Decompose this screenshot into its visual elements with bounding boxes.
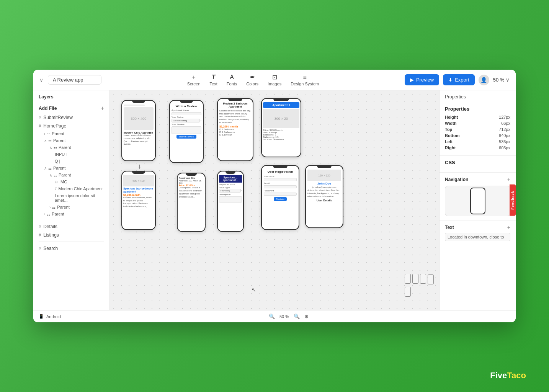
phone-frame-user-details: 120 × 120 John Doe johndoe@example.com A… [305,165,343,228]
layer-parent5[interactable]: ∧ ⚏ Parent [33,172,109,178]
app-title[interactable]: A Review app [48,75,101,85]
placeholder-user: 120 × 120 [307,170,341,181]
register-btn[interactable]: Register [274,197,287,201]
main-layout: Layers Add File + # SubmitReview # HomeP… [33,90,516,310]
fonts-icon: A [230,74,234,81]
prop-left: Left 536px [445,139,510,144]
text-title: Text + [445,224,510,230]
sidebar-item-homepage[interactable]: # HomePage [33,122,109,130]
prop-bottom: Bottom 840px [445,133,510,138]
canvas-area[interactable]: 600 × 400 Modern Chic Apartmen Lorem ips… [110,90,439,310]
toolbar-colors[interactable]: ✒ Colors [246,74,258,86]
zoom-control[interactable]: 50 % ∨ [493,77,510,83]
phone-frame-modern-apt: Modern 2 Bedroom Apartment Located in th… [217,98,253,161]
small-icon-group [405,274,435,297]
submit-review-btn[interactable]: Submit Review [176,135,196,139]
images-icon: ⊡ [272,74,277,81]
sidebar-item-submit-review[interactable]: # SubmitReview [33,113,109,122]
layer-parent6[interactable]: › ⚏ Parent [33,204,109,211]
fivetaco-branding: FiveTaco [490,371,526,381]
export-button[interactable]: ⬇ Export [443,74,475,85]
phone-frame-main: 600 × 400 Modern Chic Apartmen Lorem ips… [121,100,156,161]
properties-header: Properties [440,90,516,102]
header-actions: ▶ Preview ⬇ Export 👤 50 % ∨ [405,74,510,85]
sidebar-item-search[interactable]: # Search [33,244,109,253]
cursor-indicator: ↖ [252,287,256,293]
left-sidebar: Layers Add File + # SubmitReview # HomeP… [33,90,110,310]
preview-button[interactable]: ▶ Preview [405,74,439,85]
fit-icon[interactable]: ⊕ [304,314,309,319]
placeholder-small: 600 × 400 [123,175,154,186]
layer-q[interactable]: Q | [33,158,109,165]
text-value[interactable]: Located in downtown, close to [445,233,510,241]
navigation-title: Navigation + [445,176,510,183]
toolbar-text[interactable]: T Text [210,74,217,86]
text-section: Text + Located in downtown, close to [440,220,516,245]
layer-parent7[interactable]: › ⚏ Parent [33,211,109,217]
navigation-preview [445,186,510,216]
layer-parent2[interactable]: ∧ ⚏ Parent [33,137,109,144]
bottom-bar: 📱 Android 🔍 50 % 🔍 ⊕ [33,310,516,322]
sidebar-item-details[interactable]: # Details [33,222,109,231]
placeholder-600x400: 600 × 400 [124,107,154,130]
text-add-btn[interactable]: + [507,224,510,230]
bottom-bar-zoom: 🔍 50 % 🔍 ⊕ [67,314,510,319]
arrow-1: ↓ [138,162,141,170]
preview-play-icon: ▶ [410,77,414,83]
toolbar-images[interactable]: ⊡ Images [268,74,281,86]
phone-frame-apt1: Apartment 1 300 × 20 Price: $1100/month … [261,98,301,157]
export-icon: ⬇ [448,77,453,83]
prop-right: Right 603px [445,145,510,150]
phone-frame-apt-card: Spacious... apartment... Report an Issue… [217,171,244,232]
zoom-in-icon[interactable]: 🔍 [294,314,300,319]
layer-input[interactable]: INPUT [33,151,109,158]
mini-phone-preview [470,188,485,214]
layer-lorem[interactable]: Lorem ipsum dolor sit amet... [33,192,109,204]
bottom-bar-platform: 📱 Android [39,314,61,319]
phone-frame-user-reg: User Registration Username Email Passwor… [261,165,299,230]
toolbar: + Screen T Text A Fonts ✒ Colors ⊡ Image… [106,74,400,86]
toolbar-screen[interactable]: + Screen [187,74,201,86]
feedback-tab[interactable]: Feedback [510,185,516,216]
layer-img[interactable]: ⊡ IMG [33,178,109,185]
toolbar-fonts[interactable]: A Fonts [227,74,237,86]
layer-parent3[interactable]: ∧ ⚏ Parent [33,144,109,151]
apt-card-header: Spacious... apartment... [219,175,242,183]
add-file-button[interactable]: + [101,105,104,112]
phone-frame-apt-details: Apartment One Address: 123 Main St, City… [177,173,206,232]
android-icon: 📱 [39,314,44,319]
sidebar-item-listings[interactable]: # Listings [33,231,109,239]
prop-height: Height 127px [445,115,510,119]
phone-frame-listings: 600 × 400 Spacious two-bedroom apartment… [121,171,156,230]
css-section: CSS [440,156,516,173]
add-file-header[interactable]: Add File + [33,101,109,113]
placeholder-300x20: 300 × 20 [263,109,299,128]
zoom-out-icon[interactable]: 🔍 [269,314,275,319]
properties-section: Properties Height 127px Width 66px Top 7… [440,102,516,156]
toolbar-design-system[interactable]: ≡ Design System [291,74,319,86]
collapse-chevron[interactable]: ∨ [39,77,43,83]
layer-parent4[interactable]: ∧ ⚏ Parent [33,165,109,172]
properties-title: Properties [445,106,510,112]
colors-icon: ✒ [250,74,255,81]
prop-width: Width 66px [445,121,510,126]
phone-frame-write-review: Write a Review Apartment Name Your Ratin… [169,100,204,163]
css-title: CSS [445,160,510,165]
layers-header: Layers [33,90,109,101]
navigation-add-btn[interactable]: + [507,176,510,183]
layer-t1[interactable]: T Modern Chic Apartment [33,185,109,192]
screen-icon: + [192,74,196,81]
text-icon: T [212,74,216,81]
app-header: ∨ A Review app + Screen T Text A Fonts ✒… [33,70,516,90]
navigation-section: Navigation + [440,173,516,220]
layer-parent1[interactable]: › ⚏ Parent [33,130,109,137]
prop-top: Top 712px [445,127,510,132]
avatar-icon: 👤 [480,77,487,83]
user-avatar[interactable]: 👤 [479,75,489,85]
right-sidebar: Properties Properties Height 127px Width… [439,90,516,310]
design-system-icon: ≡ [303,74,307,81]
